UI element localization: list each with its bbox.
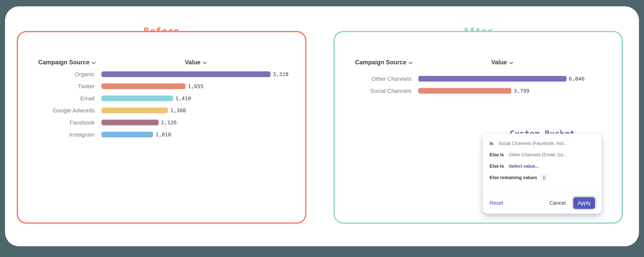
table-row: Email1,410 xyxy=(18,92,305,104)
cancel-button[interactable]: Cancel xyxy=(550,200,566,206)
apply-button[interactable]: Apply xyxy=(573,197,595,209)
table-row: Social Channels3,799 xyxy=(335,85,622,97)
value-bar[interactable] xyxy=(102,108,168,113)
rule-value[interactable]: Other Channels (Email, Go... xyxy=(509,152,567,158)
column-header-label: Value xyxy=(491,59,507,66)
column-header-value[interactable]: Value xyxy=(185,58,207,67)
chevron-down-icon xyxy=(408,59,413,66)
bar-value: 1,126 xyxy=(161,119,176,125)
value-bar[interactable] xyxy=(102,132,153,137)
bar-value: 1,308 xyxy=(170,107,186,113)
row-label[interactable]: Facebook xyxy=(18,119,94,126)
table-row: Facebook1,126 xyxy=(18,116,305,128)
page-background: { "colors": { "page_bg": "#4c666b", "car… xyxy=(0,0,644,257)
main-card: Before Campaign Source Value Organic3,32… xyxy=(5,6,639,246)
bucket-rule-row: IsSocial Channels (Facebook, Inst... xyxy=(490,138,596,149)
bucket-rule-list: IsSocial Channels (Facebook, Inst...Else… xyxy=(483,134,602,183)
bar-value: 3,328 xyxy=(273,71,288,77)
rule-keyword: Else Is xyxy=(490,152,504,158)
row-label[interactable]: Social Channels xyxy=(335,88,412,94)
column-header-campaign-source[interactable]: Campaign Source xyxy=(355,58,413,67)
column-header-label: Campaign Source xyxy=(355,59,406,66)
select-value-link[interactable]: Select value... xyxy=(509,164,539,169)
bar-value: 6,046 xyxy=(569,76,584,82)
table-row: Google Adwords1,308 xyxy=(18,104,305,116)
bar-value: 3,799 xyxy=(514,88,529,94)
row-label[interactable]: Other Channels xyxy=(335,76,412,82)
value-bar[interactable] xyxy=(102,95,173,101)
rule-keyword: Else remaining values xyxy=(490,175,537,180)
bar-value: 1,018 xyxy=(156,132,171,138)
row-label[interactable]: Instagram xyxy=(18,131,94,138)
table-row: Organic3,328 xyxy=(18,68,305,80)
chevron-down-icon xyxy=(202,59,207,66)
row-label[interactable]: Twitter xyxy=(18,83,94,90)
value-bar[interactable] xyxy=(102,71,270,77)
bucket-rule-row: Else IsOther Channels (Email, Go... xyxy=(490,149,596,161)
value-bar[interactable] xyxy=(418,88,511,94)
value-bar[interactable] xyxy=(102,83,186,89)
rule-value[interactable]: Social Channels (Facebook, Inst... xyxy=(498,141,567,146)
column-header-label: Value xyxy=(185,59,200,66)
bar-rows: Organic3,328Twitter1,655Email1,410Google… xyxy=(18,68,305,141)
bar-value: 1,655 xyxy=(188,83,204,89)
after-panel: Campaign Source Value Other Channels6,04… xyxy=(334,31,623,224)
before-panel: Campaign Source Value Organic3,328Twitte… xyxy=(17,31,306,224)
reset-button[interactable]: Reset xyxy=(490,200,503,206)
value-bar[interactable] xyxy=(418,76,566,82)
column-header-campaign-source[interactable]: Campaign Source xyxy=(38,58,96,67)
value-bar[interactable] xyxy=(102,120,159,125)
column-header-value[interactable]: Value xyxy=(491,58,513,67)
bar-rows: Other Channels6,046Social Channels3,799 xyxy=(335,73,622,97)
column-header-label: Campaign Source xyxy=(38,59,90,66)
bar-value: 1,410 xyxy=(176,95,191,101)
bucket-rule-row: Else IsSelect value... xyxy=(490,161,596,172)
row-label[interactable]: Google Adwords xyxy=(18,107,94,114)
row-label[interactable]: Email xyxy=(18,95,94,102)
table-row: Twitter1,655 xyxy=(18,80,305,92)
rule-keyword: Is xyxy=(490,141,494,146)
info-icon[interactable]: i xyxy=(541,174,547,181)
custom-bucket-dialog: IsSocial Channels (Facebook, Inst...Else… xyxy=(483,134,602,214)
bucket-rule-row: Else remaining valuesi xyxy=(490,172,596,183)
chevron-down-icon xyxy=(92,59,96,66)
row-label[interactable]: Organic xyxy=(18,71,94,78)
chevron-down-icon xyxy=(509,59,513,66)
rule-keyword: Else Is xyxy=(490,164,504,169)
table-row: Instagram1,018 xyxy=(18,128,305,141)
dialog-footer: Reset Cancel Apply xyxy=(483,192,602,214)
table-row: Other Channels6,046 xyxy=(335,73,622,85)
